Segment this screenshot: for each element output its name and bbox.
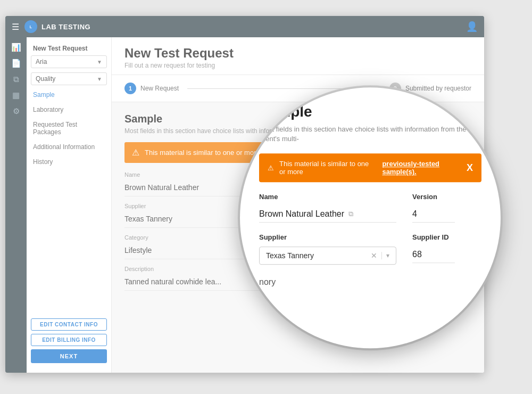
mag-version-input[interactable] (412, 207, 455, 223)
svg-text:L: L (30, 25, 32, 29)
mag-name-group: Name Brown Natural Leather ⧉ (259, 193, 396, 223)
step-1-circle: 1 (124, 83, 136, 94)
mag-warning-text: This material is similar to one or more (279, 160, 377, 176)
mag-supplier-clear-icon[interactable]: ✕ (371, 252, 377, 260)
page-subtitle: Fill out a new request for testing (124, 62, 471, 69)
sidebar-item-additional-information[interactable]: Additional Information (27, 139, 111, 154)
warning-icon: ⚠ (132, 147, 139, 158)
sidebar-dropdown[interactable]: Aria ▼ (31, 55, 107, 68)
mag-category-partial: nory (259, 276, 481, 288)
mag-supplier-value: Texas Tannery (266, 252, 367, 260)
sidebar-item-laboratory[interactable]: Laboratory (27, 102, 111, 117)
sidebar-item-requested-test-packages[interactable]: Requested Test Packages (27, 117, 111, 139)
sidebar-item-history[interactable]: History (27, 154, 111, 169)
step-1: 1 New Request (124, 83, 179, 94)
chart-icon[interactable]: 📊 (11, 43, 21, 52)
page-title: New Test Request (124, 46, 471, 61)
mag-section-title: Sample (259, 103, 481, 120)
settings-icon[interactable]: ⚙ (13, 106, 20, 116)
mag-warning-link[interactable]: previously-tested sample(s). (382, 160, 461, 176)
copy-icon[interactable]: ⧉ (348, 210, 353, 219)
user-icon[interactable]: 👤 (466, 21, 478, 32)
mag-version-group: Version (412, 193, 481, 223)
sidebar-left-icons: 📊 📄 ⧉ ▦ ⚙ (5, 37, 27, 373)
mag-supplier-group: Supplier Texas Tannery ✕ ▾ (259, 234, 396, 265)
mag-warning-banner: ⚠ This material is similar to one or mor… (259, 154, 481, 183)
mag-name-value: Brown Natural Leather ⧉ (259, 207, 396, 223)
magnifier-content: Sample Most fields in this section have … (240, 87, 501, 303)
mag-supplier-row: Supplier Texas Tannery ✕ ▾ Supplier ID (259, 234, 481, 265)
mag-version-label: Version (412, 193, 481, 201)
edit-billing-info-button[interactable]: EDIT BILLING INFO (31, 334, 107, 346)
layers-icon[interactable]: ⧉ (13, 75, 19, 84)
app-logo: L (24, 20, 37, 33)
mag-section-desc: Most fields in this section have choice … (259, 125, 481, 144)
mag-supplier-id-group: Supplier ID (412, 234, 481, 264)
step-1-label: New Request (140, 85, 179, 92)
sidebar-dropdown-value: Aria (36, 58, 47, 65)
mag-supplier-id-label: Supplier ID (412, 234, 481, 242)
mag-warning-close-button[interactable]: X (467, 162, 473, 174)
mag-name-label: Name (259, 193, 396, 201)
sidebar-bottom: EDIT CONTACT INFO EDIT BILLING INFO NEXT (27, 314, 111, 367)
next-button[interactable]: NEXT (31, 349, 107, 363)
magnifier-overlay: Sample Most fields in this section have … (240, 87, 501, 348)
sidebar-item-sample[interactable]: Sample (27, 87, 111, 102)
page-header: New Test Request Fill out a new request … (112, 37, 484, 75)
top-bar: ☰ L LAB TESTING 👤 (5, 16, 484, 37)
edit-contact-info-button[interactable]: EDIT CONTACT INFO (31, 318, 107, 331)
sidebar-quality-dropdown[interactable]: Quality ▼ (31, 72, 107, 85)
menu-icon[interactable]: ☰ (12, 22, 19, 32)
sidebar-quality-value: Quality (36, 75, 55, 83)
mag-supplier-id-input[interactable] (412, 247, 455, 264)
mag-warning-icon: ⚠ (268, 164, 274, 172)
doc-icon[interactable]: 📄 (11, 59, 21, 68)
sidebar-quality-arrow-icon: ▼ (97, 76, 102, 82)
mag-supplier-select[interactable]: Texas Tannery ✕ ▾ (259, 247, 396, 265)
grid-icon[interactable]: ▦ (12, 91, 20, 100)
sidebar-section-title: New Test Request (27, 43, 111, 53)
app-title: LAB TESTING (41, 23, 466, 31)
mag-name-version-row: Name Brown Natural Leather ⧉ Version (259, 193, 481, 223)
mag-supplier-arrow-icon[interactable]: ▾ (381, 252, 389, 260)
sidebar: New Test Request Aria ▼ Quality ▼ Sample… (27, 37, 112, 373)
sidebar-dropdown-arrow-icon: ▼ (97, 59, 102, 65)
mag-supplier-label: Supplier (259, 234, 396, 242)
